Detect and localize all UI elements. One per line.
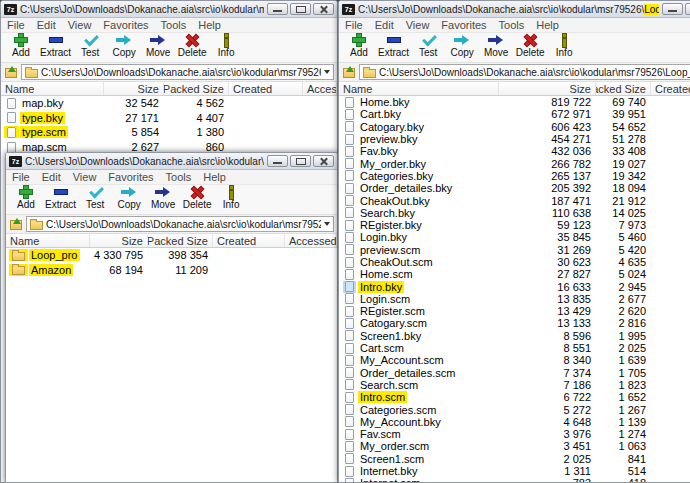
column-header-packed-size[interactable]: Packed Size xyxy=(148,234,213,247)
menu-view[interactable]: View xyxy=(62,19,98,31)
file-row[interactable]: preview.bky454 27151 278 xyxy=(339,133,690,145)
file-row[interactable]: Intro.bky16 6332 945 xyxy=(339,280,690,292)
menu-view[interactable]: View xyxy=(67,171,103,183)
file-row[interactable]: type.scm5 8541 380 xyxy=(1,125,337,140)
move-button[interactable]: Move xyxy=(146,186,180,210)
column-header-name[interactable]: Name xyxy=(6,234,90,247)
column-header-accessed[interactable]: Accessed xyxy=(303,82,337,95)
up-one-level-icon[interactable] xyxy=(9,218,23,230)
close-button[interactable] xyxy=(313,155,334,167)
file-row[interactable]: Screen1.scm2 025841 xyxy=(339,453,690,465)
file-row[interactable]: CheakOut.scm30 6234 635 xyxy=(339,256,690,268)
menu-tools[interactable]: Tools xyxy=(493,19,531,31)
file-row[interactable]: My_order.bky266 78219 027 xyxy=(339,157,690,169)
test-button[interactable]: Test xyxy=(73,34,107,58)
extract-button[interactable]: Extract xyxy=(43,186,78,210)
minimize-button[interactable] xyxy=(267,155,288,167)
file-row[interactable]: map.bky32 5424 562 xyxy=(1,96,337,111)
extract-button[interactable]: Extract xyxy=(376,34,411,58)
file-row[interactable]: Internet.bky1 311514 xyxy=(339,465,690,477)
file-row[interactable]: Search.bky110 63814 025 xyxy=(339,207,690,219)
titlebar-msr79526[interactable]: 7z C:\Users\Jo\Downloads\Dokanache.aia\s… xyxy=(6,153,337,170)
minimize-button[interactable] xyxy=(662,3,683,15)
move-button[interactable]: Move xyxy=(479,34,513,58)
column-header-created[interactable]: Created xyxy=(229,82,303,95)
file-row[interactable]: My_Account.scm8 3401 639 xyxy=(339,354,690,366)
column-header-name[interactable]: Name xyxy=(339,82,499,95)
test-button[interactable]: Test xyxy=(78,186,112,210)
file-row[interactable]: Cart.scm8 5512 025 xyxy=(339,342,690,354)
column-header-size[interactable]: Size xyxy=(499,82,596,95)
maximize-button[interactable] xyxy=(685,3,690,15)
address-input[interactable]: C:\Users\Jo\Downloads\Dokanache.aia\src\… xyxy=(21,64,334,80)
file-row[interactable]: Categories.scm5 2721 267 xyxy=(339,403,690,415)
file-row[interactable]: Loop_pro4 330 795398 354 xyxy=(6,248,337,263)
file-row[interactable]: Categories.bky265 13719 342 xyxy=(339,170,690,182)
address-input[interactable]: C:\Users\Jo\Downloads\Dokanache.aia\src\… xyxy=(359,64,690,80)
maximize-button[interactable] xyxy=(290,155,311,167)
address-input[interactable]: C:\Users\Jo\Downloads\Dokanache.aia\src\… xyxy=(26,216,334,232)
column-header-size[interactable]: Size xyxy=(104,82,164,95)
file-row[interactable]: Home.scm27 8275 024 xyxy=(339,268,690,280)
file-row[interactable]: Fav.bky432 03633 408 xyxy=(339,145,690,157)
file-row[interactable]: Screen1.bky8 5961 995 xyxy=(339,330,690,342)
file-row[interactable]: Search.scm7 1861 823 xyxy=(339,379,690,391)
file-row[interactable]: Intro.scm6 7221 652 xyxy=(339,391,690,403)
move-button[interactable]: Move xyxy=(141,34,175,58)
minimize-button[interactable] xyxy=(267,3,288,15)
file-row[interactable]: My_order.scm3 4511 063 xyxy=(339,440,690,452)
file-row[interactable]: Login.scm13 8352 677 xyxy=(339,293,690,305)
file-row[interactable]: My_Account.bky4 6481 139 xyxy=(339,416,690,428)
menu-favorites[interactable]: Favorites xyxy=(97,19,154,31)
menu-favorites[interactable]: Favorites xyxy=(102,171,159,183)
up-one-level-icon[interactable] xyxy=(4,66,18,78)
file-row[interactable]: Home.bky819 72269 740 xyxy=(339,96,690,108)
address-dropdown-icon[interactable] xyxy=(324,70,330,74)
file-row[interactable]: Amazon68 19411 209 xyxy=(6,263,337,278)
delete-button[interactable]: Delete xyxy=(175,34,209,58)
test-button[interactable]: Test xyxy=(411,34,445,58)
column-header-accessed[interactable]: Accessed xyxy=(285,234,337,247)
address-dropdown-icon[interactable] xyxy=(324,222,330,226)
titlebar-loop-pro[interactable]: 7z C:\Users\Jo\Downloads\Dokanache.aia\s… xyxy=(339,1,690,18)
up-one-level-icon[interactable] xyxy=(342,66,356,78)
file-row[interactable]: REgister.scm13 4292 620 xyxy=(339,305,690,317)
titlebar-amazon[interactable]: 7z C:\Users\Jo\Downloads\Dokanache.aia\s… xyxy=(1,1,337,18)
copy-button[interactable]: Copy xyxy=(445,34,479,58)
column-header-size[interactable]: Size xyxy=(90,234,148,247)
menu-help[interactable]: Help xyxy=(197,171,232,183)
copy-button[interactable]: Copy xyxy=(107,34,141,58)
delete-button[interactable]: Delete xyxy=(513,34,547,58)
menu-favorites[interactable]: Favorites xyxy=(435,19,492,31)
menu-help[interactable]: Help xyxy=(192,19,227,31)
delete-button[interactable]: Delete xyxy=(180,186,214,210)
menu-file[interactable]: File xyxy=(339,19,369,31)
file-row[interactable]: Login.bky35 8455 460 xyxy=(339,231,690,243)
add-button[interactable]: Add xyxy=(342,34,376,58)
extract-button[interactable]: Extract xyxy=(38,34,73,58)
file-row[interactable]: preview.scm31 2695 420 xyxy=(339,244,690,256)
info-button[interactable]: Info xyxy=(209,34,243,58)
close-button[interactable] xyxy=(313,3,334,15)
menu-edit[interactable]: Edit xyxy=(36,171,67,183)
maximize-button[interactable] xyxy=(290,3,311,15)
file-row[interactable]: Fav.scm3 9761 274 xyxy=(339,428,690,440)
menu-tools[interactable]: Tools xyxy=(160,171,198,183)
menu-view[interactable]: View xyxy=(400,19,436,31)
column-header-name[interactable]: Name xyxy=(1,82,104,95)
file-row[interactable]: Order_detailes.scm7 3741 705 xyxy=(339,367,690,379)
file-row[interactable]: Catogary.scm13 1332 816 xyxy=(339,317,690,329)
file-row[interactable]: CheakOut.bky187 47121 912 xyxy=(339,194,690,206)
file-row[interactable]: Internet.scm783418 xyxy=(339,477,690,482)
file-row[interactable]: Order_detailes.bky205 39218 094 xyxy=(339,182,690,194)
menu-edit[interactable]: Edit xyxy=(31,19,62,31)
copy-button[interactable]: Copy xyxy=(112,186,146,210)
file-row[interactable]: Cart.bky672 97139 951 xyxy=(339,108,690,120)
info-button[interactable]: Info xyxy=(547,34,581,58)
add-button[interactable]: Add xyxy=(4,34,38,58)
menu-file[interactable]: File xyxy=(6,171,36,183)
file-row[interactable]: Catogary.bky606 42354 652 xyxy=(339,121,690,133)
column-header-packed-size[interactable]: Packed Size xyxy=(596,82,651,95)
menu-help[interactable]: Help xyxy=(530,19,565,31)
menu-file[interactable]: File xyxy=(1,19,31,31)
